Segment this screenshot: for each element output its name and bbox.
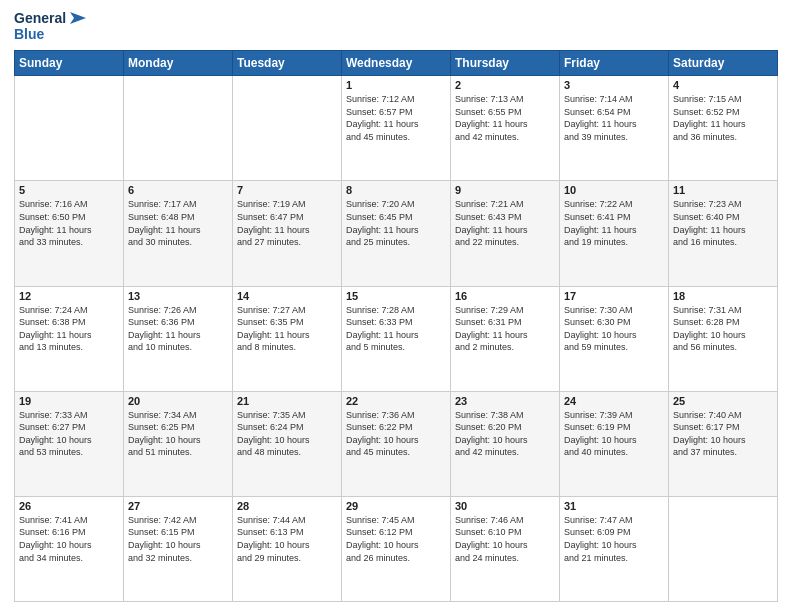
- day-info: Sunrise: 7:33 AM Sunset: 6:27 PM Dayligh…: [19, 409, 119, 459]
- day-number: 23: [455, 395, 555, 407]
- week-row-3: 12Sunrise: 7:24 AM Sunset: 6:38 PM Dayli…: [15, 286, 778, 391]
- day-info: Sunrise: 7:23 AM Sunset: 6:40 PM Dayligh…: [673, 198, 773, 248]
- day-number: 10: [564, 184, 664, 196]
- day-number: 14: [237, 290, 337, 302]
- day-number: 15: [346, 290, 446, 302]
- day-number: 6: [128, 184, 228, 196]
- weekday-header-tuesday: Tuesday: [233, 51, 342, 76]
- day-info: Sunrise: 7:22 AM Sunset: 6:41 PM Dayligh…: [564, 198, 664, 248]
- weekday-header-friday: Friday: [560, 51, 669, 76]
- day-number: 3: [564, 79, 664, 91]
- day-number: 19: [19, 395, 119, 407]
- calendar-cell: 5Sunrise: 7:16 AM Sunset: 6:50 PM Daylig…: [15, 181, 124, 286]
- weekday-header-row: SundayMondayTuesdayWednesdayThursdayFrid…: [15, 51, 778, 76]
- calendar-cell: 6Sunrise: 7:17 AM Sunset: 6:48 PM Daylig…: [124, 181, 233, 286]
- calendar-cell: 14Sunrise: 7:27 AM Sunset: 6:35 PM Dayli…: [233, 286, 342, 391]
- day-info: Sunrise: 7:26 AM Sunset: 6:36 PM Dayligh…: [128, 304, 228, 354]
- week-row-5: 26Sunrise: 7:41 AM Sunset: 6:16 PM Dayli…: [15, 496, 778, 601]
- logo: General Blue: [14, 10, 86, 42]
- calendar-cell: 4Sunrise: 7:15 AM Sunset: 6:52 PM Daylig…: [669, 76, 778, 181]
- calendar-cell: 25Sunrise: 7:40 AM Sunset: 6:17 PM Dayli…: [669, 391, 778, 496]
- calendar-cell: 27Sunrise: 7:42 AM Sunset: 6:15 PM Dayli…: [124, 496, 233, 601]
- calendar-cell: 21Sunrise: 7:35 AM Sunset: 6:24 PM Dayli…: [233, 391, 342, 496]
- day-number: 16: [455, 290, 555, 302]
- day-number: 7: [237, 184, 337, 196]
- logo-blue-text: Blue: [14, 26, 44, 42]
- header: General Blue: [14, 10, 778, 42]
- day-info: Sunrise: 7:29 AM Sunset: 6:31 PM Dayligh…: [455, 304, 555, 354]
- calendar-cell: 13Sunrise: 7:26 AM Sunset: 6:36 PM Dayli…: [124, 286, 233, 391]
- day-info: Sunrise: 7:41 AM Sunset: 6:16 PM Dayligh…: [19, 514, 119, 564]
- logo-general-text: General: [14, 10, 66, 26]
- day-info: Sunrise: 7:39 AM Sunset: 6:19 PM Dayligh…: [564, 409, 664, 459]
- calendar-cell: 8Sunrise: 7:20 AM Sunset: 6:45 PM Daylig…: [342, 181, 451, 286]
- weekday-header-thursday: Thursday: [451, 51, 560, 76]
- weekday-header-sunday: Sunday: [15, 51, 124, 76]
- calendar-cell: 9Sunrise: 7:21 AM Sunset: 6:43 PM Daylig…: [451, 181, 560, 286]
- day-info: Sunrise: 7:13 AM Sunset: 6:55 PM Dayligh…: [455, 93, 555, 143]
- day-info: Sunrise: 7:20 AM Sunset: 6:45 PM Dayligh…: [346, 198, 446, 248]
- day-info: Sunrise: 7:35 AM Sunset: 6:24 PM Dayligh…: [237, 409, 337, 459]
- calendar-cell: 12Sunrise: 7:24 AM Sunset: 6:38 PM Dayli…: [15, 286, 124, 391]
- day-info: Sunrise: 7:12 AM Sunset: 6:57 PM Dayligh…: [346, 93, 446, 143]
- day-number: 12: [19, 290, 119, 302]
- calendar-cell: 18Sunrise: 7:31 AM Sunset: 6:28 PM Dayli…: [669, 286, 778, 391]
- day-number: 9: [455, 184, 555, 196]
- day-info: Sunrise: 7:30 AM Sunset: 6:30 PM Dayligh…: [564, 304, 664, 354]
- calendar-cell: 2Sunrise: 7:13 AM Sunset: 6:55 PM Daylig…: [451, 76, 560, 181]
- calendar-cell: 24Sunrise: 7:39 AM Sunset: 6:19 PM Dayli…: [560, 391, 669, 496]
- calendar-cell: 7Sunrise: 7:19 AM Sunset: 6:47 PM Daylig…: [233, 181, 342, 286]
- calendar-cell: 31Sunrise: 7:47 AM Sunset: 6:09 PM Dayli…: [560, 496, 669, 601]
- weekday-header-saturday: Saturday: [669, 51, 778, 76]
- day-number: 31: [564, 500, 664, 512]
- calendar-cell: 10Sunrise: 7:22 AM Sunset: 6:41 PM Dayli…: [560, 181, 669, 286]
- calendar-cell: 1Sunrise: 7:12 AM Sunset: 6:57 PM Daylig…: [342, 76, 451, 181]
- day-number: 25: [673, 395, 773, 407]
- svg-marker-0: [70, 12, 86, 24]
- day-info: Sunrise: 7:28 AM Sunset: 6:33 PM Dayligh…: [346, 304, 446, 354]
- calendar-cell: 30Sunrise: 7:46 AM Sunset: 6:10 PM Dayli…: [451, 496, 560, 601]
- day-number: 27: [128, 500, 228, 512]
- day-number: 1: [346, 79, 446, 91]
- day-info: Sunrise: 7:15 AM Sunset: 6:52 PM Dayligh…: [673, 93, 773, 143]
- day-info: Sunrise: 7:36 AM Sunset: 6:22 PM Dayligh…: [346, 409, 446, 459]
- day-info: Sunrise: 7:24 AM Sunset: 6:38 PM Dayligh…: [19, 304, 119, 354]
- day-info: Sunrise: 7:42 AM Sunset: 6:15 PM Dayligh…: [128, 514, 228, 564]
- calendar-cell: [124, 76, 233, 181]
- day-info: Sunrise: 7:34 AM Sunset: 6:25 PM Dayligh…: [128, 409, 228, 459]
- calendar-cell: 29Sunrise: 7:45 AM Sunset: 6:12 PM Dayli…: [342, 496, 451, 601]
- calendar-cell: 20Sunrise: 7:34 AM Sunset: 6:25 PM Dayli…: [124, 391, 233, 496]
- day-number: 21: [237, 395, 337, 407]
- calendar-cell: 3Sunrise: 7:14 AM Sunset: 6:54 PM Daylig…: [560, 76, 669, 181]
- day-number: 29: [346, 500, 446, 512]
- day-number: 30: [455, 500, 555, 512]
- day-number: 28: [237, 500, 337, 512]
- calendar-cell: [233, 76, 342, 181]
- calendar-cell: 16Sunrise: 7:29 AM Sunset: 6:31 PM Dayli…: [451, 286, 560, 391]
- week-row-4: 19Sunrise: 7:33 AM Sunset: 6:27 PM Dayli…: [15, 391, 778, 496]
- day-info: Sunrise: 7:27 AM Sunset: 6:35 PM Dayligh…: [237, 304, 337, 354]
- day-info: Sunrise: 7:16 AM Sunset: 6:50 PM Dayligh…: [19, 198, 119, 248]
- page: General Blue SundayMondayTuesdayWednesda…: [0, 0, 792, 612]
- day-info: Sunrise: 7:44 AM Sunset: 6:13 PM Dayligh…: [237, 514, 337, 564]
- day-number: 17: [564, 290, 664, 302]
- day-number: 5: [19, 184, 119, 196]
- day-number: 13: [128, 290, 228, 302]
- day-info: Sunrise: 7:21 AM Sunset: 6:43 PM Dayligh…: [455, 198, 555, 248]
- day-info: Sunrise: 7:38 AM Sunset: 6:20 PM Dayligh…: [455, 409, 555, 459]
- day-number: 4: [673, 79, 773, 91]
- day-number: 8: [346, 184, 446, 196]
- calendar-cell: 17Sunrise: 7:30 AM Sunset: 6:30 PM Dayli…: [560, 286, 669, 391]
- calendar-cell: [669, 496, 778, 601]
- week-row-1: 1Sunrise: 7:12 AM Sunset: 6:57 PM Daylig…: [15, 76, 778, 181]
- day-info: Sunrise: 7:14 AM Sunset: 6:54 PM Dayligh…: [564, 93, 664, 143]
- day-number: 2: [455, 79, 555, 91]
- calendar-cell: 23Sunrise: 7:38 AM Sunset: 6:20 PM Dayli…: [451, 391, 560, 496]
- calendar-cell: 26Sunrise: 7:41 AM Sunset: 6:16 PM Dayli…: [15, 496, 124, 601]
- day-number: 22: [346, 395, 446, 407]
- day-info: Sunrise: 7:45 AM Sunset: 6:12 PM Dayligh…: [346, 514, 446, 564]
- day-number: 26: [19, 500, 119, 512]
- logo-arrow-icon: [68, 10, 86, 26]
- calendar-cell: [15, 76, 124, 181]
- day-number: 11: [673, 184, 773, 196]
